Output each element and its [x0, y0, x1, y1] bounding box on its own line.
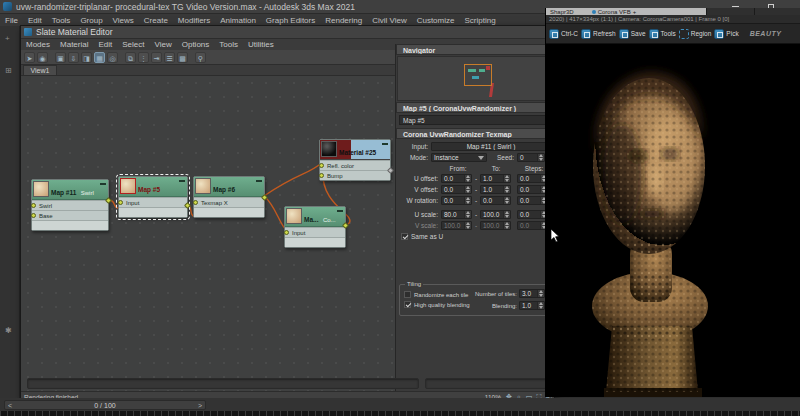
grid-icon[interactable]: ⊞ [5, 66, 12, 75]
hide-unused-slots-icon[interactable]: ⇥ [151, 52, 162, 63]
vfb-dark-tab-2[interactable] [754, 8, 800, 15]
zoom-tool-icon[interactable]: ⚲ [195, 52, 206, 63]
w-rotation-step[interactable]: 0.0 [517, 196, 548, 205]
put-to-library-icon[interactable]: ⇩ [68, 52, 79, 63]
sme-trackbar-right[interactable] [425, 378, 549, 389]
node-corona-small[interactable]: Ma... Co... Input [284, 206, 346, 248]
node-slot[interactable]: Input [119, 197, 187, 207]
show-shaded-icon[interactable]: ◎ [107, 52, 118, 63]
u-offset-from[interactable]: 0.0 [441, 174, 472, 183]
menu-customize[interactable]: Customize [412, 16, 460, 25]
layout-all-icon[interactable]: ⧉ [125, 52, 136, 63]
collapse-icon[interactable] [256, 180, 262, 182]
assign-material-icon[interactable]: ▣ [55, 52, 66, 63]
spinner[interactable] [537, 154, 544, 161]
input-socket[interactable] [284, 230, 289, 235]
node-slot[interactable]: Texmap X [194, 197, 264, 207]
u-scale-from[interactable]: 80.0 [441, 210, 472, 219]
sme-trackbar[interactable] [27, 378, 419, 389]
collapse-icon[interactable] [100, 183, 106, 185]
input-socket[interactable] [193, 200, 198, 205]
u-offset-step[interactable]: 0.0 [517, 174, 548, 183]
u-scale-to[interactable]: 100.0 [480, 210, 511, 219]
node-slot[interactable]: Input [285, 227, 345, 237]
corona-vfb-tab-label[interactable]: Corona VFB [598, 9, 631, 15]
node-map5[interactable]: Map #5 CoronaUv... Input [118, 176, 188, 218]
render-pass-label[interactable]: BEAUTY [750, 30, 782, 37]
vfb-dark-tab-1[interactable] [706, 8, 754, 15]
number-of-tiles-field[interactable]: 3.0 [519, 289, 545, 298]
input-map-button[interactable]: Map #11 ( Swirl ) [431, 142, 551, 151]
menu-rendering[interactable]: Rendering [320, 16, 367, 25]
node-rollout-header[interactable]: Map #5 ( CoronaUvwRandomizer ) [396, 102, 554, 113]
node-material25-header[interactable]: Material #25 CoronaMtl [320, 140, 390, 160]
prev-frame-button[interactable]: < [5, 402, 15, 409]
input-socket[interactable] [319, 163, 324, 168]
input-socket[interactable] [118, 200, 123, 205]
node-slot[interactable]: Base [32, 210, 108, 220]
navigator-minimap[interactable] [397, 56, 553, 101]
menu-views[interactable]: Views [108, 16, 139, 25]
v-offset-from[interactable]: 0.0 [441, 185, 472, 194]
preview-navigator-icon[interactable]: ☰ [164, 52, 175, 63]
asterisk-icon[interactable]: ✱ [5, 326, 12, 335]
input-socket[interactable] [319, 173, 324, 178]
track-bar-ruler[interactable] [0, 411, 800, 416]
layout-children-icon[interactable]: ⋮ [138, 52, 149, 63]
menu-animation[interactable]: Animation [215, 16, 261, 25]
node-material25[interactable]: Material #25 CoronaMtl Refl. color Bump [319, 139, 391, 181]
node-graph-canvas[interactable]: Map #11 Swirl Swirl Base Map #5 CoronaUv… [21, 75, 395, 402]
menu-tools[interactable]: Tools [47, 16, 76, 25]
input-socket[interactable] [31, 203, 36, 208]
select-tool-icon[interactable]: ➤ [24, 52, 35, 63]
node-corona-small-header[interactable]: Ma... Co... [285, 207, 345, 227]
w-rotation-to[interactable]: 0.0 [480, 196, 511, 205]
v-scale-to[interactable]: 100.0 [480, 221, 511, 230]
params-rollout-header[interactable]: Corona UvwRandomizer Texmap [396, 128, 554, 139]
input-socket[interactable] [31, 213, 36, 218]
material-name-field[interactable]: Map #5 [399, 115, 550, 125]
options-icon[interactable]: ▩ [177, 52, 188, 63]
time-slider[interactable]: < 0 / 100 > [4, 400, 206, 410]
shapr3d-tab-label[interactable]: Shapr3D [550, 9, 574, 15]
menu-civil-view[interactable]: Civil View [367, 16, 412, 25]
vfb-pick-button[interactable]: Pick [714, 29, 738, 39]
new-tab-button[interactable]: + [633, 9, 637, 15]
vfb-copy-button[interactable]: Ctrl-C [549, 29, 578, 39]
pick-material-icon[interactable]: ◉ [37, 52, 48, 63]
sme-menu-utilities[interactable]: Utilities [243, 40, 279, 49]
vfb-tools-button[interactable]: Tools [649, 29, 676, 39]
menu-scripting[interactable]: Scripting [459, 16, 500, 25]
menu-graph-editors[interactable]: Graph Editors [261, 16, 320, 25]
node-map6-header[interactable]: Map #6 CoronaTri... [194, 177, 264, 197]
v-scale-step[interactable]: 0.0 [517, 221, 548, 230]
same-as-u-checkbox[interactable]: Same as U [401, 233, 553, 240]
view1-tab[interactable]: View1 [23, 65, 57, 75]
v-scale-from[interactable]: 100.0 [441, 221, 472, 230]
v-offset-to[interactable]: 1.0 [480, 185, 511, 194]
navigator-view-rect[interactable] [464, 64, 492, 86]
u-scale-step[interactable]: 0.0 [517, 210, 548, 219]
w-rotation-from[interactable]: 0.0 [441, 196, 472, 205]
sme-menu-view[interactable]: View [150, 40, 177, 49]
node-map11-header[interactable]: Map #11 Swirl [32, 180, 108, 200]
vfb-save-button[interactable]: Save [619, 29, 646, 39]
show-end-result-icon[interactable]: ▦ [94, 52, 105, 63]
blending-field[interactable]: 1.0 [519, 301, 545, 310]
vfb-title-tab[interactable]: Shapr3D Corona VFB + [546, 8, 706, 15]
u-offset-to[interactable]: 1.0 [480, 174, 511, 183]
sme-menu-modes[interactable]: Modes [21, 40, 55, 49]
next-frame-button[interactable]: > [195, 402, 205, 409]
navigator-rollout[interactable]: Navigator [396, 44, 554, 55]
sme-menu-edit[interactable]: Edit [93, 40, 117, 49]
node-map11[interactable]: Map #11 Swirl Swirl Base [31, 179, 109, 231]
menu-group[interactable]: Group [75, 16, 107, 25]
node-map6[interactable]: Map #6 CoronaTri... Texmap X [193, 176, 265, 218]
sme-titlebar[interactable]: Slate Material Editor [21, 26, 554, 39]
sme-menu-select[interactable]: Select [117, 40, 149, 49]
sme-menu-material[interactable]: Material [55, 40, 93, 49]
menu-file[interactable]: File [0, 16, 23, 25]
collapse-icon[interactable] [382, 143, 388, 145]
menu-edit[interactable]: Edit [23, 16, 47, 25]
menu-create[interactable]: Create [139, 16, 173, 25]
